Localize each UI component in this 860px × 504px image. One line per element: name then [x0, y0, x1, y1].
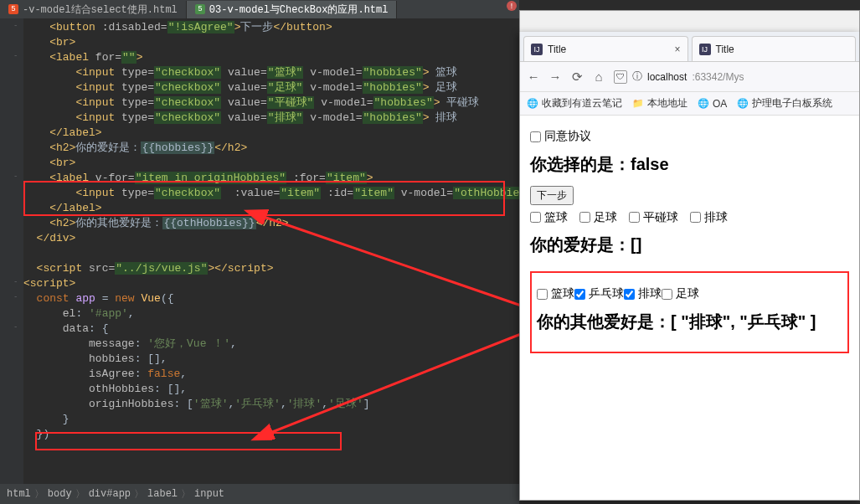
- breadcrumbs: html〉body〉div#app〉label〉input: [0, 484, 519, 504]
- choice-heading: 你选择的是：false: [530, 153, 849, 176]
- other-heading: 你的其他爱好是：[ "排球", "乒乓球" ]: [537, 311, 842, 333]
- address-bar[interactable]: 🛡 ⓘ localhost:63342/Mys: [614, 69, 852, 84]
- breadcrumb-item[interactable]: input: [194, 488, 224, 500]
- breadcrumb-item[interactable]: html: [7, 488, 31, 500]
- other-hobby-checkbox[interactable]: 排球: [624, 286, 662, 301]
- html-icon: 5: [195, 4, 205, 14]
- code-area[interactable]: <button :disabled="!isAgree">下一步</button…: [23, 18, 519, 484]
- info-icon[interactable]: ⓘ: [632, 69, 642, 84]
- code-editor: 5-v-model结合select使用.html 503-v-model与Che…: [0, 0, 519, 504]
- url-host: localhost: [647, 71, 687, 83]
- bookmark-item[interactable]: 🌐收藏到有道云笔记: [527, 96, 622, 111]
- bookmark-item[interactable]: 🌐护理电子白板系统: [737, 96, 832, 111]
- highlight-page-box: 篮球 乒乓球 排球 足球 你的其他爱好是：[ "排球", "乒乓球" ]: [530, 271, 849, 353]
- other-hobbies-row: 篮球 乒乓球 排球 足球: [537, 286, 842, 302]
- hobby-checkbox[interactable]: 排球: [690, 210, 739, 225]
- browser-titlebar: [519, 10, 860, 32]
- reload-icon[interactable]: ⟳: [570, 69, 584, 85]
- svg-text:!: !: [509, 3, 513, 11]
- editor-tab-active[interactable]: 503-v-model与CheckBox的应用.html: [187, 1, 398, 18]
- url-rest: :63342/Mys: [692, 71, 744, 83]
- browser-nav: ← → ⟳ ⌂ 🛡 ⓘ localhost:63342/Mys: [520, 62, 859, 92]
- hobby-heading: 你的爱好是：[]: [530, 234, 849, 256]
- breadcrumb-item[interactable]: div#app: [89, 488, 131, 500]
- hobby-checkbox[interactable]: 足球: [579, 210, 629, 225]
- back-icon[interactable]: ←: [527, 69, 540, 84]
- favicon-icon: IJ: [699, 44, 711, 55]
- browser-tab[interactable]: IJ Title ×: [523, 36, 688, 61]
- favicon-icon: IJ: [531, 44, 543, 55]
- bookmark-item[interactable]: 🌐OA: [698, 98, 727, 110]
- other-hobby-checkbox[interactable]: 足球: [662, 286, 699, 301]
- page-content: 同意协议 你选择的是：false 下一步 篮球 足球 平碰球 排球 你的爱好是：…: [520, 116, 859, 500]
- browser-window: IJ Title × IJ Title ← → ⟳ ⌂ 🛡 ⓘ localhos…: [519, 32, 860, 501]
- agree-checkbox[interactable]: 同意协议: [530, 129, 591, 144]
- error-badge-icon: !: [506, 0, 518, 12]
- browser-tabs: IJ Title × IJ Title: [520, 32, 859, 62]
- browser-tab-title: Title: [716, 44, 734, 55]
- hobby-checkbox[interactable]: 平碰球: [629, 210, 690, 225]
- other-hobby-checkbox[interactable]: 乒乓球: [574, 286, 624, 301]
- browser-tab[interactable]: IJ Title: [692, 36, 857, 61]
- breadcrumb-item[interactable]: body: [48, 488, 72, 500]
- bookmarks-bar: 🌐收藏到有道云笔记📁本地地址🌐OA🌐护理电子白板系统: [520, 92, 859, 116]
- html-icon: 5: [8, 4, 18, 14]
- shield-icon[interactable]: 🛡: [614, 70, 627, 84]
- close-icon[interactable]: ×: [674, 44, 680, 55]
- hobby-checkbox[interactable]: 篮球: [530, 210, 579, 225]
- home-icon[interactable]: ⌂: [592, 69, 605, 84]
- breadcrumb-item[interactable]: label: [147, 488, 178, 500]
- next-button[interactable]: 下一步: [530, 186, 574, 205]
- editor-tabs: 5-v-model结合select使用.html 503-v-model与Che…: [0, 0, 519, 18]
- browser-tab-title: Title: [548, 44, 566, 55]
- hobbies-row: 篮球 足球 平碰球 排球: [530, 210, 849, 226]
- forward-icon[interactable]: →: [548, 69, 562, 84]
- editor-gutter: ------: [0, 18, 23, 484]
- bookmark-item[interactable]: 📁本地地址: [632, 96, 687, 111]
- other-hobby-checkbox[interactable]: 篮球: [537, 286, 574, 301]
- editor-tab[interactable]: 5-v-model结合select使用.html: [0, 1, 187, 18]
